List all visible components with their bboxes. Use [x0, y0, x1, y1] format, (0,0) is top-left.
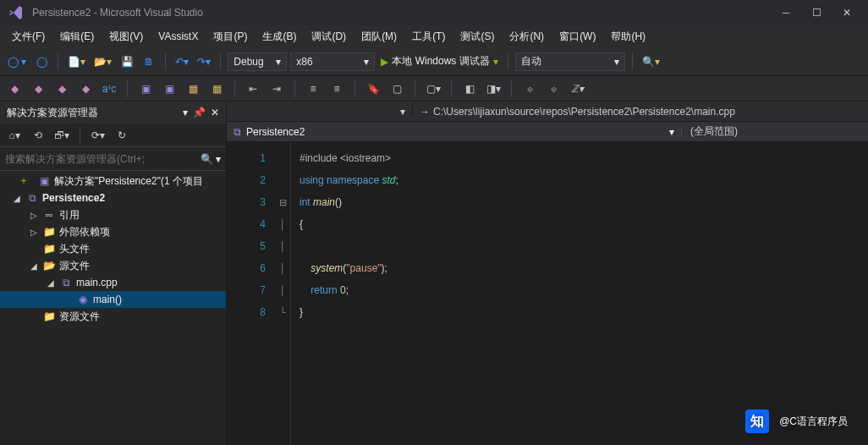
sources-node[interactable]: ◢📂源文件	[0, 257, 226, 274]
search-input[interactable]	[5, 153, 201, 165]
auto-dropdown[interactable]: 自动▾	[515, 52, 625, 71]
redo-icon[interactable]: ↷▾	[195, 52, 213, 71]
titlebar: Persistence2 - Microsoft Visual Studio ─…	[0, 0, 868, 25]
zhihu-logo-icon: 知	[745, 409, 769, 433]
refresh-icon[interactable]: ↻	[113, 126, 131, 145]
fold-gutter[interactable]: ⊟││││└	[276, 142, 291, 445]
config-dropdown[interactable]: Debug▾	[228, 52, 287, 71]
menu-vassistx[interactable]: VAssistX	[151, 28, 205, 45]
tb-icon[interactable]: ◨▾	[484, 80, 503, 98]
code-area[interactable]: 12345678 ⊟││││└ #include <iostream> usin…	[227, 142, 868, 445]
open-icon[interactable]: 📂▾	[91, 52, 114, 71]
window-title: Persistence2 - Microsoft Visual Studio	[32, 7, 203, 19]
tb-icon[interactable]: ▢	[387, 80, 406, 98]
outdent-icon[interactable]: ⇤	[244, 80, 262, 98]
pin-icon[interactable]: 📌	[193, 107, 206, 118]
minimize-button[interactable]: ─	[772, 2, 800, 24]
menu-view[interactable]: 视图(V)	[102, 27, 150, 47]
find-in-files-icon[interactable]: 🔍▾	[640, 52, 662, 71]
menu-test[interactable]: 测试(S)	[453, 27, 501, 47]
comment-icon[interactable]: ≡	[304, 80, 322, 98]
tb-icon[interactable]: ▦	[184, 80, 202, 98]
file-path[interactable]: C:\Users\lijiaxun\source\repos\Persisten…	[433, 106, 735, 118]
panel-dropdown-icon[interactable]: ▾	[183, 107, 188, 118]
menu-analyze[interactable]: 分析(N)	[503, 27, 551, 47]
menu-window[interactable]: 窗口(W)	[552, 27, 602, 47]
menu-debug[interactable]: 调试(D)	[305, 27, 353, 47]
menu-team[interactable]: 团队(M)	[354, 27, 404, 47]
panel-tools: ⌂▾ ⟲ 🗗▾ ⟳▾ ↻	[0, 124, 226, 147]
panel-title: 解决方案资源管理器	[7, 106, 98, 120]
tb-icon[interactable]: ▦	[207, 80, 226, 98]
secondary-toolbar: ◆ ◆ ◆ ◆ aꜜc ▣ ▣ ▦ ▦ ⇤ ⇥ ≡ ≡ 🔖 ▢ ▢▾ ◧ ◨▾ …	[0, 76, 868, 102]
close-button[interactable]: ✕	[832, 2, 861, 24]
menu-edit[interactable]: 编辑(E)	[53, 27, 101, 47]
nav-back-icon[interactable]: ◯ ▾	[5, 52, 29, 71]
nav-fwd-icon[interactable]: ◯	[32, 52, 51, 71]
tb-icon[interactable]: ⟐	[520, 80, 539, 98]
line-numbers: 12345678	[227, 142, 276, 445]
tb-icon[interactable]: ▣	[160, 80, 179, 98]
main-cpp-node[interactable]: ◢⧉main.cpp	[0, 274, 226, 291]
show-all-icon[interactable]: 🗗▾	[52, 126, 71, 145]
panel-close-icon[interactable]: ✕	[211, 107, 219, 118]
home-icon[interactable]: ⌂▾	[5, 126, 24, 145]
menu-tools[interactable]: 工具(T)	[405, 27, 452, 47]
references-node[interactable]: ▷▫▫引用	[0, 206, 226, 223]
tb-icon[interactable]: ▢▾	[424, 80, 442, 98]
project-node[interactable]: ◢⧉Persistence2	[0, 190, 226, 206]
menu-build[interactable]: 生成(B)	[255, 27, 303, 47]
tb-icon[interactable]: ℤ▾	[568, 80, 586, 98]
watermark: 知 @C语言程序员	[745, 409, 848, 433]
uncomment-icon[interactable]: ≡	[327, 80, 346, 98]
menubar: 文件(F) 编辑(E) 视图(V) VAssistX 项目(P) 生成(B) 调…	[0, 25, 868, 47]
tb-icon[interactable]: ◧	[460, 80, 479, 98]
arrow-icon: →	[420, 106, 430, 118]
search-box[interactable]: 🔍 ▾	[0, 147, 226, 171]
new-project-icon[interactable]: 📄▾	[65, 52, 88, 71]
breadcrumb-bar: ▾ →C:\Users\lijiaxun\source\repos\Persis…	[227, 102, 868, 122]
undo-icon[interactable]: ↶▾	[173, 52, 191, 71]
platform-dropdown[interactable]: x86▾	[290, 52, 375, 71]
tb-icon[interactable]: ◆	[5, 80, 24, 98]
save-all-icon[interactable]: 🗎	[140, 52, 158, 71]
main-fn-node[interactable]: ◉main()	[0, 291, 226, 308]
collapse-icon[interactable]: ⟲	[29, 126, 47, 145]
indent-icon[interactable]: ⇥	[267, 80, 286, 98]
sync-icon[interactable]: ⟳▾	[89, 126, 107, 145]
menu-project[interactable]: 项目(P)	[206, 27, 254, 47]
scope-bar: ⧉Persistence2▾ (全局范围)	[227, 122, 868, 142]
solution-tree: +▣解决方案"Persistence2"(1 个项目 ◢⧉Persistence…	[0, 171, 226, 445]
external-deps-node[interactable]: ▷📁外部依赖项	[0, 223, 226, 240]
headers-node[interactable]: 📁头文件	[0, 240, 226, 257]
save-icon[interactable]: 💾	[118, 52, 136, 71]
tb-icon[interactable]: ◆	[76, 80, 95, 98]
search-icon[interactable]: 🔍 ▾	[201, 153, 221, 165]
menu-help[interactable]: 帮助(H)	[604, 27, 652, 47]
tb-icon[interactable]: ▣	[136, 80, 155, 98]
scope-project[interactable]: ⧉Persistence2▾	[227, 126, 682, 138]
start-debug-button[interactable]: ▶ 本地 Windows 调试器 ▾	[378, 52, 500, 71]
tb-icon[interactable]: ⟐	[544, 80, 563, 98]
tb-icon[interactable]: ◆	[29, 80, 47, 98]
tb-icon[interactable]: aꜜc	[100, 80, 118, 98]
main-toolbar: ◯ ▾ ◯ 📄▾ 📂▾ 💾 🗎 ↶▾ ↷▾ Debug▾ x86▾ ▶ 本地 W…	[0, 47, 868, 76]
scope-global[interactable]: (全局范围)	[682, 124, 868, 139]
bookmark-icon[interactable]: 🔖	[364, 80, 382, 98]
chevron-down-icon[interactable]: ▾	[400, 106, 405, 118]
panel-header: 解决方案资源管理器 ▾ 📌 ✕	[0, 102, 226, 124]
resources-node[interactable]: 📁资源文件	[0, 308, 226, 325]
solution-explorer: 解决方案资源管理器 ▾ 📌 ✕ ⌂▾ ⟲ 🗗▾ ⟳▾ ↻ 🔍 ▾ +▣解决方案"…	[0, 102, 227, 445]
menu-file[interactable]: 文件(F)	[5, 27, 52, 47]
tb-icon[interactable]: ◆	[52, 80, 71, 98]
solution-node[interactable]: +▣解决方案"Persistence2"(1 个项目	[0, 173, 226, 190]
code-lines[interactable]: #include <iostream> using namespace std;…	[291, 142, 868, 445]
maximize-button[interactable]: ☐	[802, 2, 831, 24]
vs-logo-icon	[7, 3, 25, 22]
code-editor: ▾ →C:\Users\lijiaxun\source\repos\Persis…	[227, 102, 868, 445]
